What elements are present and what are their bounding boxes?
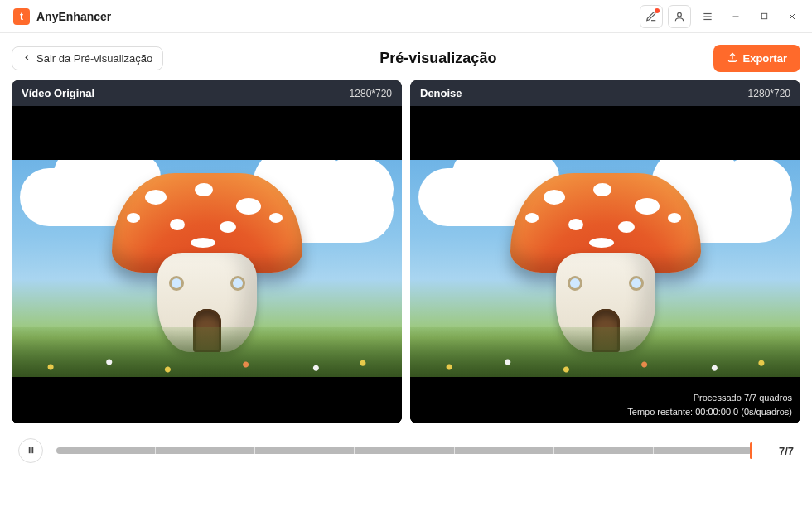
panel-denoise-resolution: 1280*720 xyxy=(748,88,790,99)
video-frame-original xyxy=(12,160,402,377)
account-icon[interactable] xyxy=(668,5,691,28)
panel-original-title: Vídeo Original xyxy=(22,87,94,99)
exit-preview-label: Sair da Pré-visualização xyxy=(36,52,152,65)
timeline: 7/7 xyxy=(12,423,800,463)
processing-status: Processado 7/7 quadros Tempo restante: 0… xyxy=(627,391,792,418)
titlebar-right xyxy=(640,5,804,28)
preview-toolbar: Sair da Pré-visualização Pré-visualizaçã… xyxy=(12,45,800,72)
frame-counter: 7/7 xyxy=(766,445,794,457)
timeline-track[interactable] xyxy=(56,447,752,454)
svg-rect-9 xyxy=(28,447,30,453)
edit-icon[interactable] xyxy=(640,5,663,28)
export-button[interactable]: Exportar xyxy=(713,45,800,72)
export-icon xyxy=(727,51,738,65)
panel-denoise-header: Denoise 1280*720 xyxy=(410,80,800,106)
panel-original-resolution: 1280*720 xyxy=(350,88,392,99)
pause-icon xyxy=(27,443,36,458)
svg-rect-5 xyxy=(761,13,766,18)
page-title: Pré-visualização xyxy=(379,50,496,67)
main: Sair da Pré-visualização Pré-visualizaçã… xyxy=(0,33,812,463)
export-label: Exportar xyxy=(743,52,787,65)
window-minimize-icon[interactable] xyxy=(724,5,747,28)
titlebar: t AnyEnhancer xyxy=(0,0,812,33)
letterbox: Processado 7/7 quadros Tempo restante: 0… xyxy=(410,377,800,423)
timeline-ticks xyxy=(56,447,752,454)
letterbox xyxy=(410,109,800,160)
panel-original-header: Vídeo Original 1280*720 xyxy=(12,80,402,106)
compare-area: Vídeo Original 1280*720 xyxy=(12,80,800,423)
panel-original: Vídeo Original 1280*720 xyxy=(12,80,402,423)
app-title: AnyEnhancer xyxy=(36,10,111,23)
svg-rect-10 xyxy=(31,447,33,453)
titlebar-left: t AnyEnhancer xyxy=(13,8,111,25)
panel-denoise: Denoise 1280*720 xyxy=(410,80,800,423)
svg-point-0 xyxy=(678,12,682,17)
exit-preview-button[interactable]: Sair da Pré-visualização xyxy=(12,46,163,70)
letterbox xyxy=(12,109,402,160)
timeline-playhead[interactable] xyxy=(750,442,752,459)
panel-original-frame xyxy=(12,109,402,423)
panel-denoise-frame: Processado 7/7 quadros Tempo restante: 0… xyxy=(410,109,800,423)
chevron-left-icon xyxy=(22,52,31,65)
menu-icon[interactable] xyxy=(696,5,719,28)
app-logo-icon: t xyxy=(13,8,30,25)
panel-denoise-title: Denoise xyxy=(420,87,462,99)
video-frame-denoise xyxy=(410,160,800,377)
letterbox xyxy=(12,377,402,423)
window-maximize-icon[interactable] xyxy=(752,5,776,28)
status-remaining: Tempo restante: 00:00:00.0 (0s/quadros) xyxy=(627,405,792,419)
status-processed: Processado 7/7 quadros xyxy=(627,391,792,405)
pause-button[interactable] xyxy=(18,438,43,463)
window-close-icon[interactable] xyxy=(781,5,804,28)
